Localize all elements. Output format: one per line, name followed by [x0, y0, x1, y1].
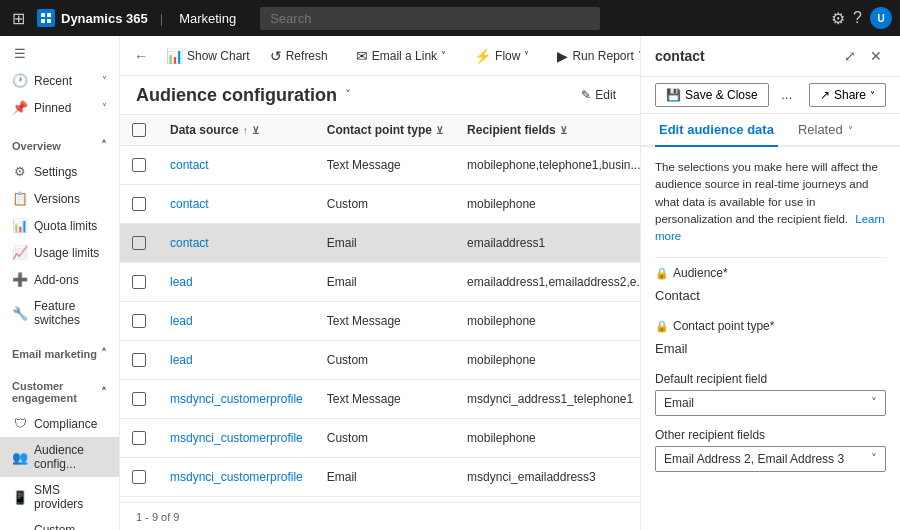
sidebar-item-feature-switches[interactable]: 🔧 Feature switches	[0, 293, 119, 333]
email-marketing-header[interactable]: Email marketing ˄	[0, 341, 119, 366]
recipient-filter-icon[interactable]: ⊻	[560, 125, 567, 136]
flow-button[interactable]: ⚡ Flow ˅	[466, 44, 537, 68]
row-0-checkbox[interactable]	[132, 158, 146, 172]
sidebar-item-quota-limits[interactable]: 📊 Quota limits	[0, 212, 119, 239]
row-3-source-link[interactable]: lead	[170, 275, 193, 289]
col-data-source[interactable]: Data source ↑ ⊻	[158, 115, 315, 146]
row-2-source-link[interactable]: contact	[170, 236, 209, 250]
page-title-chevron-icon[interactable]: ˅	[345, 88, 351, 102]
more-options-button[interactable]: …	[775, 84, 799, 106]
save-close-button[interactable]: 💾 Save & Close	[655, 83, 769, 107]
row-7-checkbox[interactable]	[132, 431, 146, 445]
table-row[interactable]: msdynci_customerprofile Custom mobilepho…	[120, 419, 640, 458]
table-row[interactable]: contact Custom mobilephone #admi...	[120, 185, 640, 224]
table-row[interactable]: msdynci_customerprofile Email msdynci_em…	[120, 458, 640, 497]
row-1-contact-type: Custom	[315, 185, 455, 224]
contact-point-label-text: Contact point type*	[673, 319, 774, 333]
row-5-checkbox[interactable]	[132, 353, 146, 367]
tab-edit-audience[interactable]: Edit audience data	[655, 114, 778, 147]
sidebar-item-menu[interactable]: ☰	[0, 40, 119, 67]
refresh-icon: ↺	[270, 48, 282, 64]
row-5-source-link[interactable]: lead	[170, 353, 193, 367]
row-0-select	[120, 146, 158, 185]
audience-field-label: 🔒 Audience*	[655, 266, 886, 280]
addons-icon: ➕	[12, 272, 28, 287]
refresh-button[interactable]: ↺ Refresh	[262, 44, 336, 68]
page-header-right: ✎ Edit	[573, 84, 624, 106]
other-recipient-select[interactable]: Email Address 2, Email Address 3 ˅	[655, 446, 886, 472]
audience-label-text: Audience*	[673, 266, 728, 280]
row-1-source-link[interactable]: contact	[170, 197, 209, 211]
run-report-button[interactable]: ▶ Run Report ˅	[549, 44, 640, 68]
row-4-contact-type: Text Message	[315, 302, 455, 341]
edit-button[interactable]: ✎ Edit	[573, 84, 624, 106]
back-button[interactable]: ←	[128, 44, 154, 68]
sidebar-item-pinned[interactable]: 📌 Pinned ˅	[0, 94, 119, 121]
table-row[interactable]: contact Text Message mobilephone,telepho…	[120, 146, 640, 185]
data-source-filter-icon[interactable]: ⊻	[252, 125, 259, 136]
sidebar-item-sms-providers[interactable]: 📱 SMS providers	[0, 477, 119, 517]
sidebar-item-addons[interactable]: ➕ Add-ons	[0, 266, 119, 293]
row-0-source-link[interactable]: contact	[170, 158, 209, 172]
hamburger-icon: ☰	[12, 46, 28, 61]
table-header-row: Data source ↑ ⊻ Contact point type ⊻	[120, 115, 640, 146]
contact-point-field-label: 🔒 Contact point type*	[655, 319, 886, 333]
row-8-checkbox[interactable]	[132, 470, 146, 484]
row-5-contact-type: Custom	[315, 341, 455, 380]
row-3-source: lead	[158, 263, 315, 302]
email-link-button[interactable]: ✉ Email a Link ˅	[348, 44, 454, 68]
sidebar-item-settings[interactable]: ⚙ Settings	[0, 158, 119, 185]
sidebar-item-compliance[interactable]: 🛡 Compliance	[0, 410, 119, 437]
show-chart-button[interactable]: 📊 Show Chart	[158, 44, 258, 68]
row-6-recipient: msdynci_address1_telephone1	[455, 380, 640, 419]
rp-expand-button[interactable]: ⤢	[840, 46, 860, 66]
custom-channels-label: Custom channels	[34, 523, 107, 530]
customer-engagement-label: Customer engagement	[12, 380, 101, 404]
table-row[interactable]: lead Text Message mobilephone #admi...	[120, 302, 640, 341]
svg-rect-3	[47, 19, 51, 23]
table-row[interactable]: contact Email emailaddress1 #admi...	[120, 224, 640, 263]
row-6-checkbox[interactable]	[132, 392, 146, 406]
row-4-source-link[interactable]: lead	[170, 314, 193, 328]
col-recipient-fields[interactable]: Recipient fields ⊻	[455, 115, 640, 146]
row-6-source-link[interactable]: msdynci_customerprofile	[170, 392, 303, 406]
other-recipient-label: Other recipient fields	[655, 428, 886, 442]
overview-group-header[interactable]: Overview ˄	[0, 133, 119, 158]
table-row[interactable]: msdynci_customerprofile Text Message msd…	[120, 380, 640, 419]
rp-close-button[interactable]: ✕	[866, 46, 886, 66]
select-all-checkbox[interactable]	[132, 123, 146, 137]
row-8-source-link[interactable]: msdynci_customerprofile	[170, 470, 303, 484]
sidebar-item-versions[interactable]: 📋 Versions	[0, 185, 119, 212]
email-marketing-label: Email marketing	[12, 348, 97, 360]
table-row[interactable]: lead Custom mobilephone #admi...	[120, 341, 640, 380]
default-recipient-select[interactable]: Email ˅	[655, 390, 886, 416]
row-1-checkbox[interactable]	[132, 197, 146, 211]
col-data-source-label: Data source	[170, 123, 239, 137]
sidebar-item-custom-channels[interactable]: 🔗 Custom channels	[0, 517, 119, 530]
save-icon: 💾	[666, 88, 681, 102]
contact-point-filter-icon[interactable]: ⊻	[436, 125, 443, 136]
row-4-checkbox[interactable]	[132, 314, 146, 328]
overview-label: Overview	[12, 140, 61, 152]
rp-divider-1	[655, 257, 886, 258]
row-7-source-link[interactable]: msdynci_customerprofile	[170, 431, 303, 445]
brand: Dynamics 365	[37, 9, 148, 27]
sidebar-item-audience-config[interactable]: 👥 Audience config...	[0, 437, 119, 477]
col-contact-point-type[interactable]: Contact point type ⊻	[315, 115, 455, 146]
share-button[interactable]: ↗ Share ˅	[809, 83, 886, 107]
sidebar-item-usage-limits[interactable]: 📈 Usage limits	[0, 239, 119, 266]
settings-icon[interactable]: ⚙	[831, 9, 845, 28]
row-2-checkbox[interactable]	[132, 236, 146, 250]
row-3-checkbox[interactable]	[132, 275, 146, 289]
user-avatar[interactable]: U	[870, 7, 892, 29]
sms-icon: 📱	[12, 490, 28, 505]
table-body: contact Text Message mobilephone,telepho…	[120, 146, 640, 497]
app-grid-icon[interactable]: ⊞	[8, 5, 29, 32]
sidebar-item-recent[interactable]: 🕐 Recent ˅	[0, 67, 119, 94]
customer-engagement-header[interactable]: Customer engagement ˄	[0, 374, 119, 410]
tab-related[interactable]: Related ˅	[794, 114, 857, 147]
help-icon[interactable]: ?	[853, 9, 862, 27]
row-2-select	[120, 224, 158, 263]
search-input[interactable]	[260, 7, 600, 30]
table-row[interactable]: lead Email emailaddress1,emailaddress2,e…	[120, 263, 640, 302]
